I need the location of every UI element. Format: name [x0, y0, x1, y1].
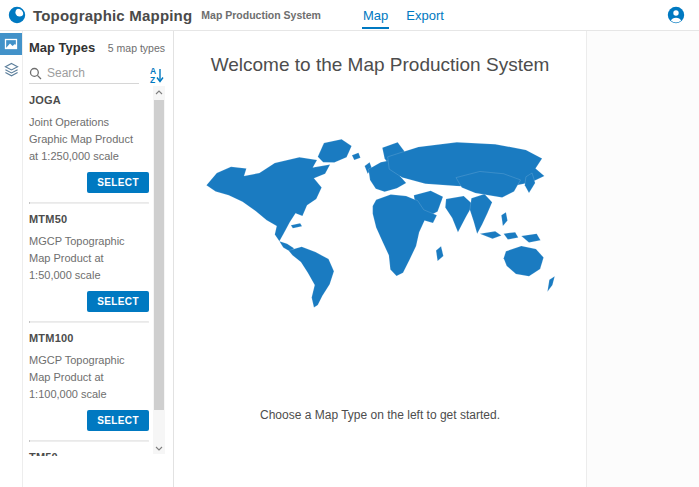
map-panel-icon[interactable]	[0, 33, 22, 55]
header-tabs: Map Export	[362, 0, 445, 30]
user-avatar-icon[interactable]	[667, 6, 685, 24]
map-type-name: MTM50	[29, 213, 149, 225]
panel-header: Map Types 5 map types	[23, 31, 173, 55]
app-window: Topographic Mapping Map Production Syste…	[0, 0, 699, 487]
list-scrollbar[interactable]	[153, 86, 165, 454]
select-button-joga[interactable]: SELECT	[87, 172, 149, 193]
select-button-mtm100[interactable]: SELECT	[87, 410, 149, 431]
list-item-mtm100: MTM100 MGCP Topographic Map Product at 1…	[29, 323, 149, 440]
app-header: Topographic Mapping Map Production Syste…	[0, 0, 699, 31]
app-subtitle: Map Production System	[201, 9, 321, 21]
welcome-title: Welcome to the Map Production System	[211, 54, 550, 76]
svg-text:Z: Z	[150, 75, 155, 85]
search-row: A Z	[29, 65, 165, 85]
select-button-mtm50[interactable]: SELECT	[87, 291, 149, 312]
scroll-down-icon[interactable]	[153, 442, 165, 454]
map-types-panel: Map Types 5 map types A Z	[23, 31, 174, 487]
globe-logo-icon	[8, 6, 26, 24]
map-type-description: Joint Operations Graphic Map Product at …	[29, 114, 141, 165]
app-body: Map Types 5 map types A Z	[0, 31, 699, 487]
list-item-joga: JOGA Joint Operations Graphic Map Produc…	[29, 85, 149, 202]
search-icon	[29, 67, 42, 80]
map-type-description: MGCP Topographic Map Product at 1:50,000…	[29, 233, 141, 284]
list-item-mtm50: MTM50 MGCP Topographic Map Product at 1:…	[29, 204, 149, 321]
scroll-up-icon[interactable]	[153, 86, 165, 98]
panel-title: Map Types	[29, 40, 95, 55]
map-type-count: 5 map types	[108, 42, 165, 54]
tab-export[interactable]: Export	[405, 2, 445, 29]
world-map-graphic	[188, 120, 572, 312]
main-content: Welcome to the Map Production System	[174, 31, 587, 487]
map-type-name: MTM100	[29, 332, 149, 344]
list-item-tm50: TM50 Topographic Map Product at 1:50,000…	[29, 442, 149, 456]
map-type-description: MGCP Topographic Map Product at 1:100,00…	[29, 352, 141, 403]
right-gutter	[587, 31, 699, 487]
map-type-list: JOGA Joint Operations Graphic Map Produc…	[23, 85, 173, 456]
layers-icon[interactable]	[0, 58, 22, 80]
instruction-text: Choose a Map Type on the left to get sta…	[260, 408, 500, 422]
tab-map[interactable]: Map	[362, 2, 389, 29]
scrollbar-thumb[interactable]	[154, 100, 164, 410]
sort-a-z-icon[interactable]: A Z	[147, 65, 165, 85]
search-box	[29, 66, 139, 84]
app-title: Topographic Mapping	[33, 7, 192, 24]
map-type-name: JOGA	[29, 94, 149, 106]
search-input[interactable]	[47, 66, 133, 80]
tool-strip	[0, 31, 23, 487]
map-type-name: TM50	[29, 451, 149, 456]
